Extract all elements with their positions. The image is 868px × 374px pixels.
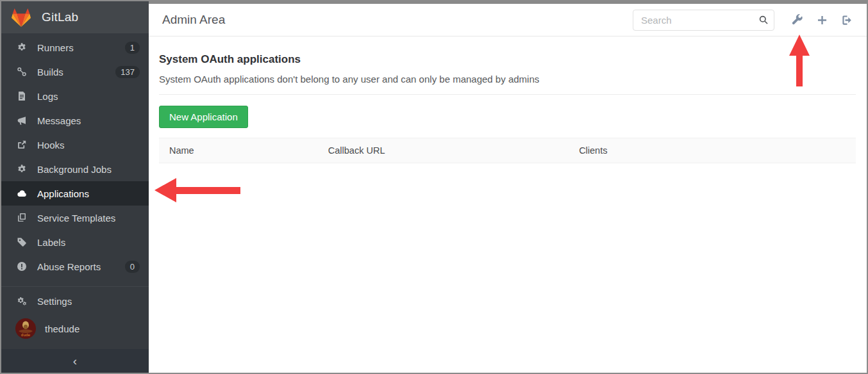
- count-badge: 137: [115, 66, 140, 78]
- gear-icon: [17, 42, 27, 53]
- gitlab-tanuki-logo-icon: [10, 7, 32, 28]
- search-input[interactable]: [633, 10, 774, 31]
- sidebar-item-abuse-reports[interactable]: Abuse Reports 0: [1, 254, 149, 279]
- count-badge: 1: [125, 42, 140, 54]
- user-avatar: dude: [15, 318, 36, 339]
- sidebar-item-label: Logs: [37, 91, 58, 102]
- bullhorn-icon: [17, 115, 27, 126]
- sidebar-item-labels[interactable]: Labels: [1, 230, 149, 254]
- gitlab-brand-link[interactable]: GitLab: [1, 1, 149, 33]
- sidebar-item-service-templates[interactable]: Service Templates: [1, 206, 149, 230]
- sidebar-item-builds[interactable]: Builds 137: [1, 60, 149, 84]
- search-box: [633, 10, 774, 31]
- brand-label: GitLab: [42, 10, 78, 24]
- gitlab-admin-window: GitLab Runners 1 Builds 137 Logs Message…: [0, 0, 868, 374]
- sidebar-item-label: Settings: [37, 296, 72, 307]
- page-header: Admin Area: [149, 4, 867, 37]
- tag-icon: [17, 237, 27, 247]
- section-divider: [159, 94, 856, 95]
- sidebar-item-hooks[interactable]: Hooks: [1, 133, 149, 157]
- section-heading: System OAuth applications: [159, 53, 856, 66]
- sidebar-item-label: Service Templates: [37, 213, 115, 224]
- external-link-icon: [17, 140, 27, 150]
- header-actions: [633, 10, 853, 31]
- sidebar-item-label: Hooks: [37, 140, 65, 150]
- sidebar-item-runners[interactable]: Runners 1: [1, 35, 149, 60]
- applications-table: Name Callback URL Clients: [159, 138, 856, 163]
- oauth-applications-section: System OAuth applications System OAuth a…: [149, 37, 867, 163]
- sidebar-item-messages[interactable]: Messages: [1, 108, 149, 133]
- sidebar-item-background-jobs[interactable]: Background Jobs: [1, 157, 149, 181]
- count-badge: 0: [125, 261, 140, 273]
- chevron-left-icon: ‹: [73, 354, 77, 368]
- file-text-icon: [17, 91, 27, 101]
- copy-icon: [17, 213, 27, 223]
- sidebar-item-label: Abuse Reports: [37, 261, 101, 272]
- gears-icon: [17, 297, 27, 307]
- new-project-plus-icon[interactable]: [816, 14, 828, 26]
- sidebar-item-label: Applications: [37, 188, 89, 199]
- column-header-name: Name: [159, 138, 318, 163]
- sidebar-item-logs[interactable]: Logs: [1, 84, 149, 108]
- sidebar: GitLab Runners 1 Builds 137 Logs Message…: [1, 1, 149, 373]
- sidebar-item-applications[interactable]: Applications: [1, 181, 149, 206]
- sidebar-item-label: Builds: [37, 67, 63, 77]
- admin-nav: Runners 1 Builds 137 Logs Messages Hooks: [1, 33, 149, 311]
- sidebar-item-label: Labels: [37, 237, 65, 248]
- svg-text:dude: dude: [21, 332, 31, 337]
- chain-link-icon: [17, 67, 27, 77]
- search-icon[interactable]: [758, 15, 769, 25]
- sidebar-item-label: Runners: [37, 42, 74, 53]
- table-header-row: Name Callback URL Clients: [159, 138, 856, 163]
- gear-icon: [17, 164, 27, 174]
- sidebar-item-label: Messages: [37, 115, 81, 126]
- sidebar-item-label: Background Jobs: [37, 164, 112, 175]
- new-application-button[interactable]: New Application: [159, 106, 248, 128]
- sidebar-user-profile[interactable]: dude thedude: [1, 311, 149, 346]
- column-header-clients: Clients: [569, 138, 856, 163]
- cloud-icon: [17, 188, 27, 199]
- username-label: thedude: [45, 323, 79, 334]
- exclamation-circle-icon: [17, 261, 27, 272]
- sign-out-icon[interactable]: [841, 14, 853, 26]
- sidebar-collapse-toggle[interactable]: ‹: [1, 349, 149, 373]
- page-title: Admin Area: [162, 13, 225, 27]
- sidebar-item-settings[interactable]: Settings: [1, 286, 149, 311]
- section-description: System OAuth applications don't belong t…: [159, 74, 856, 85]
- column-header-callback-url: Callback URL: [318, 138, 569, 163]
- admin-wrench-icon[interactable]: [791, 14, 803, 26]
- main-area: Admin Area System OAuth applications Sys…: [149, 1, 867, 373]
